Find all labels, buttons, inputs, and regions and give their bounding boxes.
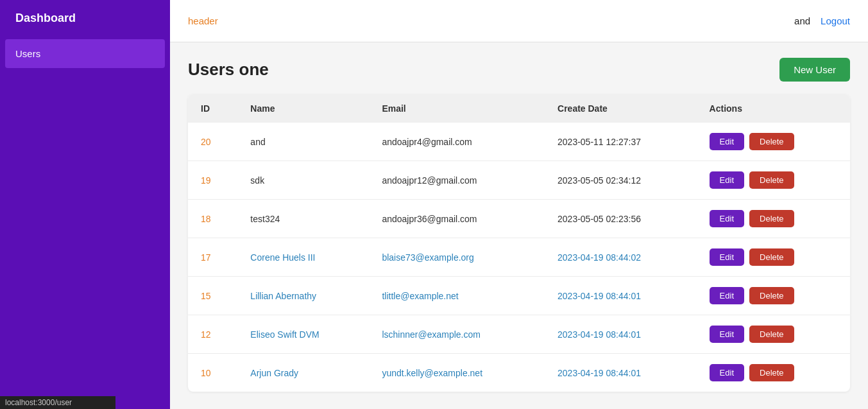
cell-id: 12 (188, 315, 237, 354)
statusbar: localhost:3000/user (0, 396, 115, 409)
table-row: 17 Corene Huels III blaise73@example.org… (188, 238, 850, 277)
col-email: Email (369, 94, 545, 123)
page-header: Users one New User (188, 58, 850, 82)
sidebar-item-users[interactable]: Users (5, 39, 165, 68)
table-body: 20 and andoajpr4@gmail.com 2023-05-11 12… (188, 123, 850, 392)
cell-email: tlittle@example.net (369, 277, 545, 315)
header-right: and Logout (794, 15, 850, 26)
delete-button[interactable]: Delete (749, 133, 794, 150)
edit-button[interactable]: Edit (710, 364, 744, 381)
cell-id: 18 (188, 200, 237, 238)
cell-date: 2023-05-05 02:23:56 (545, 200, 697, 238)
action-buttons: Edit Delete (710, 364, 837, 381)
edit-button[interactable]: Edit (710, 287, 744, 304)
cell-email: andoajpr12@gmail.com (369, 161, 545, 200)
new-user-button[interactable]: New User (779, 58, 850, 82)
sidebar-item-users-label: Users (15, 48, 40, 59)
action-buttons: Edit Delete (710, 326, 837, 343)
cell-name: Lillian Abernathy (237, 277, 369, 315)
action-buttons: Edit Delete (710, 133, 837, 150)
cell-id: 20 (188, 123, 237, 161)
header-and-text: and (794, 15, 810, 26)
cell-actions: Edit Delete (697, 161, 850, 200)
col-actions: Actions (697, 94, 850, 123)
action-buttons: Edit Delete (710, 287, 837, 304)
edit-button[interactable]: Edit (710, 171, 744, 189)
statusbar-url: localhost:3000/user (5, 398, 72, 407)
action-buttons: Edit Delete (710, 248, 837, 266)
sidebar-title: Dashboard (0, 0, 170, 37)
delete-button[interactable]: Delete (749, 171, 794, 189)
cell-date: 2023-04-19 08:44:01 (545, 354, 697, 392)
cell-id: 15 (188, 277, 237, 315)
delete-button[interactable]: Delete (749, 287, 794, 304)
cell-name: sdk (237, 161, 369, 200)
cell-actions: Edit Delete (697, 277, 850, 315)
cell-email: andoajpr36@gmail.com (369, 200, 545, 238)
cell-date: 2023-05-05 02:34:12 (545, 161, 697, 200)
page-title: Users one (188, 60, 269, 80)
table-row: 20 and andoajpr4@gmail.com 2023-05-11 12… (188, 123, 850, 161)
cell-actions: Edit Delete (697, 354, 850, 392)
table-header: ID Name Email Create Date Actions (188, 94, 850, 123)
users-table: ID Name Email Create Date Actions 20 and… (188, 94, 850, 392)
cell-email: andoajpr4@gmail.com (369, 123, 545, 161)
table-row: 15 Lillian Abernathy tlittle@example.net… (188, 277, 850, 315)
header-left-text: header (188, 15, 218, 26)
cell-name: Eliseo Swift DVM (237, 315, 369, 354)
edit-button[interactable]: Edit (710, 133, 744, 150)
edit-button[interactable]: Edit (710, 248, 744, 266)
cell-name: test324 (237, 200, 369, 238)
cell-email: lschinner@example.com (369, 315, 545, 354)
logout-button[interactable]: Logout (821, 15, 850, 26)
main-area: header and Logout Users one New User ID … (170, 0, 868, 409)
table-row: 19 sdk andoajpr12@gmail.com 2023-05-05 0… (188, 161, 850, 200)
cell-id: 10 (188, 354, 237, 392)
cell-actions: Edit Delete (697, 200, 850, 238)
cell-email: blaise73@example.org (369, 238, 545, 277)
cell-date: 2023-05-11 12:27:37 (545, 123, 697, 161)
col-name: Name (237, 94, 369, 123)
cell-id: 19 (188, 161, 237, 200)
table-row: 10 Arjun Grady yundt.kelly@example.net 2… (188, 354, 850, 392)
delete-button[interactable]: Delete (749, 248, 794, 266)
action-buttons: Edit Delete (710, 210, 837, 227)
edit-button[interactable]: Edit (710, 210, 744, 227)
cell-date: 2023-04-19 08:44:01 (545, 277, 697, 315)
edit-button[interactable]: Edit (710, 326, 744, 343)
cell-email: yundt.kelly@example.net (369, 354, 545, 392)
sidebar: Dashboard Users (0, 0, 170, 409)
table-row: 12 Eliseo Swift DVM lschinner@example.co… (188, 315, 850, 354)
cell-date: 2023-04-19 08:44:02 (545, 238, 697, 277)
delete-button[interactable]: Delete (749, 210, 794, 227)
cell-name: Arjun Grady (237, 354, 369, 392)
sidebar-nav: Users (0, 39, 170, 68)
cell-actions: Edit Delete (697, 238, 850, 277)
cell-actions: Edit Delete (697, 123, 850, 161)
content-area: Users one New User ID Name Email Create … (170, 42, 868, 409)
users-table-container: ID Name Email Create Date Actions 20 and… (188, 94, 850, 392)
cell-name: and (237, 123, 369, 161)
col-id: ID (188, 94, 237, 123)
delete-button[interactable]: Delete (749, 326, 794, 343)
cell-name: Corene Huels III (237, 238, 369, 277)
cell-id: 17 (188, 238, 237, 277)
header: header and Logout (170, 0, 868, 42)
col-create-date: Create Date (545, 94, 697, 123)
cell-actions: Edit Delete (697, 315, 850, 354)
action-buttons: Edit Delete (710, 171, 837, 189)
table-header-row: ID Name Email Create Date Actions (188, 94, 850, 123)
delete-button[interactable]: Delete (749, 364, 794, 381)
cell-date: 2023-04-19 08:44:01 (545, 315, 697, 354)
table-row: 18 test324 andoajpr36@gmail.com 2023-05-… (188, 200, 850, 238)
